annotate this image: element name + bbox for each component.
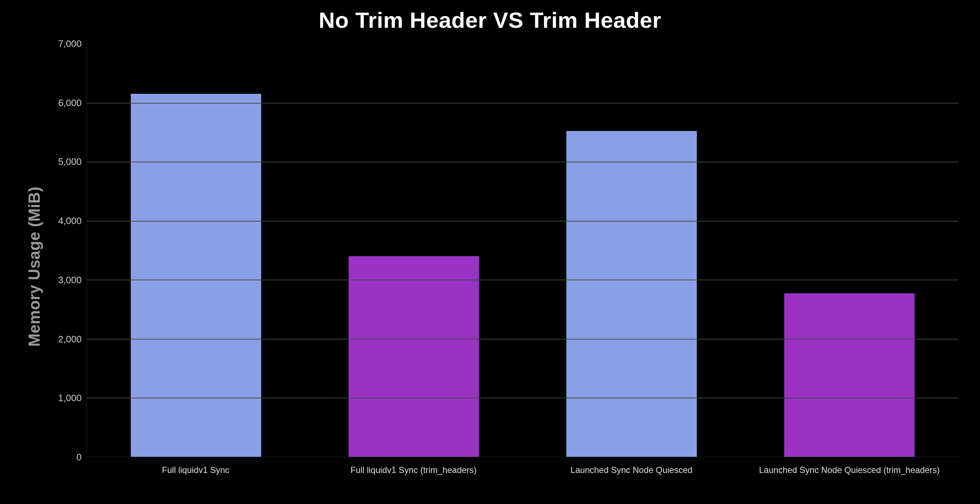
plot-and-x: 01,0002,0003,0004,0005,0006,0007,000 Ful…: [47, 44, 958, 490]
bar: [131, 94, 261, 457]
gridline: [87, 280, 958, 281]
gridline: [87, 162, 958, 162]
chart-container: No Trim Header VS Trim Header Memory Usa…: [0, 0, 980, 504]
bars-layer: [87, 44, 958, 457]
bar-slot: [87, 44, 305, 457]
bar: [784, 293, 915, 457]
x-tick-label: Launched Sync Node Quiesced: [523, 457, 740, 490]
x-tick-label: Full liquidv1 Sync (trim_headers): [304, 457, 522, 490]
bar: [566, 131, 697, 457]
y-axis-label: Memory Usage (MiB): [25, 187, 43, 347]
bar-slot: [740, 44, 958, 457]
x-axis-row: Full liquidv1 SyncFull liquidv1 Sync (tr…: [47, 457, 958, 490]
y-tick-label: 5,000: [58, 156, 82, 167]
x-tick-label: Launched Sync Node Quiesced (trim_header…: [740, 457, 958, 490]
y-tick-label: 7,000: [58, 38, 82, 49]
y-tick-label: 3,000: [58, 274, 82, 285]
y-tick-label: 0: [76, 452, 82, 463]
y-axis-label-container: Memory Usage (MiB): [22, 44, 47, 490]
plot-area: [87, 44, 958, 457]
gridline: [87, 339, 958, 339]
bar-slot: [305, 44, 523, 457]
chart-body: Memory Usage (MiB) 01,0002,0003,0004,000…: [22, 44, 958, 490]
x-tick-label: Full liquidv1 Sync: [87, 457, 304, 490]
gridline: [87, 221, 958, 222]
chart-title: No Trim Header VS Trim Header: [22, 7, 958, 33]
y-axis-ticks: 01,0002,0003,0004,0005,0006,0007,000: [47, 44, 87, 457]
bar: [348, 256, 479, 457]
y-tick-label: 1,000: [58, 393, 82, 404]
gridline: [87, 398, 958, 398]
y-tick-label: 6,000: [58, 97, 82, 108]
y-tick-label: 4,000: [58, 216, 82, 227]
gridline: [87, 103, 958, 103]
y-tick-label: 2,000: [58, 333, 82, 344]
plot-row: 01,0002,0003,0004,0005,0006,0007,000: [47, 44, 958, 457]
x-axis-ticks: Full liquidv1 SyncFull liquidv1 Sync (tr…: [87, 457, 958, 490]
bar-slot: [523, 44, 740, 457]
